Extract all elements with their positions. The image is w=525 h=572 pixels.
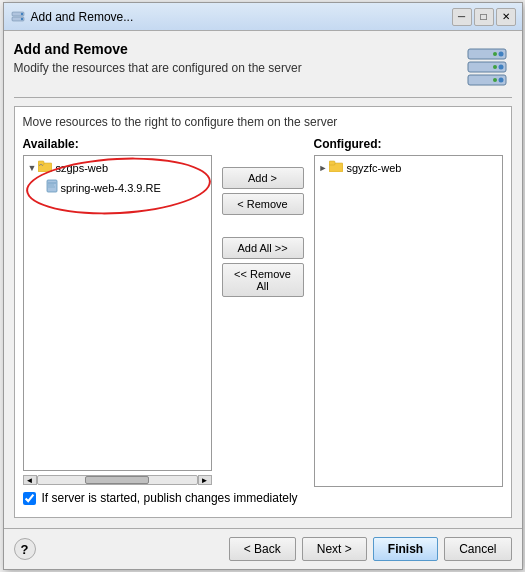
help-button[interactable]: ? (14, 538, 36, 560)
scroll-left-btn[interactable]: ◄ (23, 475, 37, 485)
middle-buttons: Add > < Remove Add All >> << Remove All (218, 137, 308, 487)
server-section: Move resources to the right to configure… (14, 106, 512, 518)
add-all-button[interactable]: Add All >> (222, 237, 304, 259)
panels-row: Available: ▼ (23, 137, 503, 487)
checkbox-row: If server is started, publish changes im… (23, 487, 503, 509)
main-content: Add and Remove Modify the resources that… (4, 31, 522, 528)
available-panel: Available: ▼ (23, 137, 212, 487)
next-button[interactable]: Next > (302, 537, 367, 561)
dialog-subtitle: Modify the resources that are configured… (14, 61, 302, 75)
window-controls: ─ □ ✕ (452, 8, 516, 26)
add-button[interactable]: Add > (222, 167, 304, 189)
available-scrollbar[interactable]: ◄ ► (23, 473, 212, 487)
publish-checkbox[interactable] (23, 492, 36, 505)
list-item[interactable]: ▼ szgps-web (26, 158, 209, 177)
svg-point-8 (493, 52, 497, 56)
folder-icon (329, 160, 343, 175)
header-section: Add and Remove Modify the resources that… (14, 41, 512, 98)
cancel-button[interactable]: Cancel (444, 537, 511, 561)
svg-rect-20 (329, 161, 335, 165)
scroll-right-btn[interactable]: ► (198, 475, 212, 485)
folder-icon (38, 160, 52, 175)
configured-panel: Configured: ► sgyzfc-web (314, 137, 503, 487)
configured-label: Configured: (314, 137, 503, 151)
window-title: Add and Remove... (31, 10, 452, 24)
available-list[interactable]: ▼ szgps-web (23, 155, 212, 471)
scrollbar-track[interactable] (37, 475, 198, 485)
close-button[interactable]: ✕ (496, 8, 516, 26)
section-description: Move resources to the right to configure… (23, 115, 503, 129)
title-bar: Add and Remove... ─ □ ✕ (4, 3, 522, 31)
jar-file-icon (46, 179, 58, 196)
list-item[interactable]: ► sgyzfc-web (317, 158, 500, 177)
available-item-spring: spring-web-4.3.9.RE (61, 182, 161, 194)
svg-rect-15 (47, 180, 57, 192)
footer: ? < Back Next > Finish Cancel (4, 528, 522, 569)
svg-point-2 (20, 12, 22, 14)
window-icon (10, 9, 26, 25)
available-label: Available: (23, 137, 212, 151)
svg-point-3 (20, 17, 22, 19)
expand-arrow-icon: ▼ (28, 163, 37, 173)
svg-point-9 (498, 65, 503, 70)
remove-button[interactable]: < Remove (222, 193, 304, 215)
expand-arrow-icon: ► (319, 163, 328, 173)
footer-right: < Back Next > Finish Cancel (229, 537, 512, 561)
footer-left: ? (14, 538, 36, 560)
finish-button[interactable]: Finish (373, 537, 438, 561)
svg-point-11 (498, 78, 503, 83)
dialog-window: Add and Remove... ─ □ ✕ Add and Remove M… (3, 2, 523, 570)
available-item-szgps: szgps-web (55, 162, 108, 174)
configured-item-sgyzfc: sgyzfc-web (346, 162, 401, 174)
scrollbar-thumb[interactable] (85, 476, 149, 484)
dialog-title: Add and Remove (14, 41, 302, 57)
remove-all-button[interactable]: << Remove All (222, 263, 304, 297)
back-button[interactable]: < Back (229, 537, 296, 561)
publish-checkbox-label: If server is started, publish changes im… (42, 491, 298, 505)
header-text: Add and Remove Modify the resources that… (14, 41, 302, 75)
header-server-icon (464, 41, 512, 89)
configured-list[interactable]: ► sgyzfc-web (314, 155, 503, 487)
list-item[interactable]: spring-web-4.3.9.RE (26, 177, 209, 198)
svg-point-7 (498, 52, 503, 57)
svg-point-12 (493, 78, 497, 82)
minimize-button[interactable]: ─ (452, 8, 472, 26)
maximize-button[interactable]: □ (474, 8, 494, 26)
svg-point-10 (493, 65, 497, 69)
